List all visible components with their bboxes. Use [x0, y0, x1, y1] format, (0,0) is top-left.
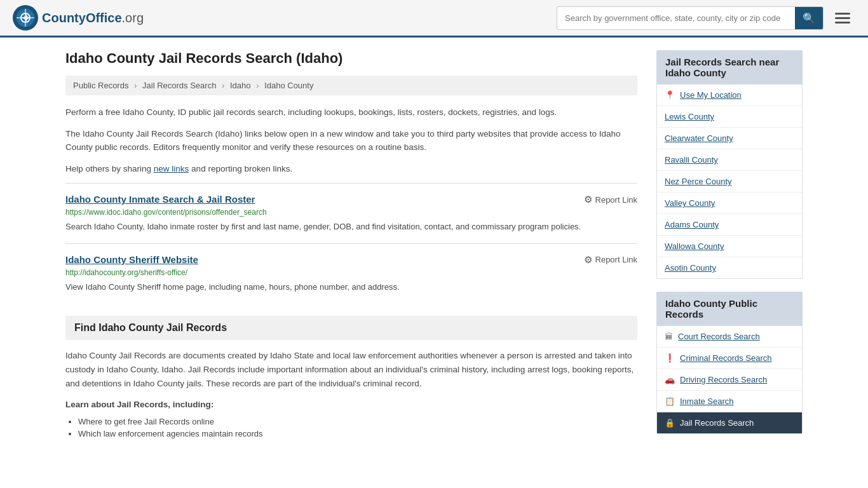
header-right: 🔍	[557, 6, 855, 30]
menu-button[interactable]	[830, 10, 855, 26]
record-url-1: https://www.idoc.idaho.gov/content/priso…	[65, 208, 637, 217]
driving-icon: 🚗	[665, 375, 675, 384]
report-label-1: Report Link	[595, 195, 637, 205]
breadcrumb-jail-records[interactable]: Jail Records Search	[142, 81, 216, 90]
description-1: Perform a free Idaho County, ID public j…	[65, 105, 637, 119]
record-card-1-header: Idaho County Inmate Search & Jail Roster…	[65, 194, 637, 205]
sidebar-public-records-list: 🏛 Court Records Search ❗ Criminal Record…	[656, 326, 803, 434]
record-url-2: http://idahocounty.org/sheriffs-office/	[65, 268, 637, 277]
ravalli-county-link[interactable]: Ravalli County	[665, 155, 718, 165]
find-section-heading: Find Idaho County Jail Records	[65, 316, 637, 340]
search-button[interactable]: 🔍	[795, 7, 823, 29]
learn-label: Learn about Jail Records, including:	[65, 398, 637, 412]
logo-icon: ✦	[13, 5, 38, 30]
breadcrumb-public-records[interactable]: Public Records	[73, 81, 128, 90]
record-title-2[interactable]: Idaho County Sheriff Website	[65, 254, 198, 265]
sidebar-public-records-heading: Idaho County Public Records	[656, 292, 803, 326]
learn-item-2: Which law enforcement agencies maintain …	[78, 429, 637, 438]
driving-records-link[interactable]: Driving Records Search	[680, 375, 767, 384]
sidebar-item-wallowa-county[interactable]: Wallowa County	[657, 236, 802, 257]
description-3: Help others by sharing new links and rep…	[65, 162, 637, 176]
sidebar-item-inmate-search[interactable]: 📋 Inmate Search	[657, 391, 802, 412]
sidebar-item-court-records[interactable]: 🏛 Court Records Search	[657, 326, 802, 348]
content-area: Idaho County Jail Records Search (Idaho)…	[65, 50, 637, 447]
sidebar-public-records-section: Idaho County Public Records 🏛 Court Reco…	[656, 292, 803, 434]
sidebar-item-use-location[interactable]: 📍 Use My Location	[657, 85, 802, 106]
location-pin-icon: 📍	[665, 90, 675, 100]
sidebar-item-asotin-county[interactable]: Asotin County	[657, 257, 802, 278]
record-desc-2: View Idaho County Sheriff home page, inc…	[65, 281, 637, 294]
use-location-link[interactable]: Use My Location	[680, 90, 742, 100]
find-section-text: Idaho County Jail Records are documents …	[65, 349, 637, 390]
report-icon-2: ⚙	[584, 254, 592, 266]
sidebar-item-valley-county[interactable]: Valley County	[657, 193, 802, 214]
learn-item-1: Where to get free Jail Records online	[78, 417, 637, 426]
sidebar-item-jail-records[interactable]: 🔒 Jail Records Search	[657, 412, 802, 433]
asotin-county-link[interactable]: Asotin County	[665, 263, 716, 273]
breadcrumb-idaho[interactable]: Idaho	[230, 81, 251, 90]
lewis-county-link[interactable]: Lewis County	[665, 112, 714, 121]
learn-list: Where to get free Jail Records online Wh…	[65, 417, 637, 438]
report-label-2: Report Link	[595, 255, 637, 264]
page-title: Idaho County Jail Records Search (Idaho)	[65, 50, 637, 67]
main-container: Idaho County Jail Records Search (Idaho)…	[53, 37, 815, 459]
record-desc-1: Search Idaho County, Idaho inmate roster…	[65, 220, 637, 233]
report-icon-1: ⚙	[584, 194, 592, 205]
search-input[interactable]	[557, 8, 795, 28]
record-title-1[interactable]: Idaho County Inmate Search & Jail Roster	[65, 194, 255, 205]
sidebar-item-adams-county[interactable]: Adams County	[657, 214, 802, 236]
description-2: The Idaho County Jail Records Search (Id…	[65, 127, 637, 154]
record-card-2-header: Idaho County Sheriff Website ⚙ Report Li…	[65, 254, 637, 266]
sidebar-item-nez-perce-county[interactable]: Nez Perce County	[657, 171, 802, 193]
header: ✦ CountyOffice.org 🔍	[0, 0, 868, 37]
sidebar-item-driving-records[interactable]: 🚗 Driving Records Search	[657, 369, 802, 391]
criminal-records-link[interactable]: Criminal Records Search	[680, 353, 772, 363]
wallowa-county-link[interactable]: Wallowa County	[665, 241, 724, 251]
sidebar-nearby-heading: Jail Records Search near Idaho County	[656, 50, 803, 85]
sidebar-item-criminal-records[interactable]: ❗ Criminal Records Search	[657, 348, 802, 369]
court-icon: 🏛	[665, 332, 673, 341]
logo-text: CountyOffice.org	[42, 11, 144, 25]
sidebar-item-ravalli-county[interactable]: Ravalli County	[657, 149, 802, 171]
breadcrumb-idaho-county[interactable]: Idaho County	[264, 81, 313, 90]
logo-area: ✦ CountyOffice.org	[13, 5, 144, 30]
sidebar: Jail Records Search near Idaho County 📍 …	[656, 50, 803, 447]
find-section-body: Idaho County Jail Records are documents …	[65, 349, 637, 438]
record-card-2: Idaho County Sheriff Website ⚙ Report Li…	[65, 243, 637, 304]
criminal-icon: ❗	[665, 353, 675, 363]
search-bar: 🔍	[557, 6, 824, 30]
sidebar-nearby-list: 📍 Use My Location Lewis County Clearwate…	[656, 85, 803, 279]
jail-icon: 🔒	[665, 418, 675, 428]
court-records-link[interactable]: Court Records Search	[678, 332, 760, 341]
clearwater-county-link[interactable]: Clearwater County	[665, 133, 733, 143]
valley-county-link[interactable]: Valley County	[665, 198, 715, 208]
description-area: Perform a free Idaho County, ID public j…	[65, 105, 637, 175]
nez-perce-county-link[interactable]: Nez Perce County	[665, 177, 732, 186]
jail-records-link[interactable]: Jail Records Search	[680, 418, 754, 428]
new-links-link[interactable]: new links	[154, 164, 189, 173]
report-link-1[interactable]: ⚙ Report Link	[584, 194, 637, 205]
inmate-search-link[interactable]: Inmate Search	[680, 396, 734, 406]
sidebar-item-lewis-county[interactable]: Lewis County	[657, 106, 802, 128]
sidebar-nearby-section: Jail Records Search near Idaho County 📍 …	[656, 50, 803, 279]
record-card-1: Idaho County Inmate Search & Jail Roster…	[65, 183, 637, 243]
report-link-2[interactable]: ⚙ Report Link	[584, 254, 637, 266]
sidebar-item-clearwater-county[interactable]: Clearwater County	[657, 128, 802, 149]
breadcrumb: Public Records › Jail Records Search › I…	[65, 76, 637, 95]
adams-county-link[interactable]: Adams County	[665, 220, 719, 229]
inmate-icon: 📋	[665, 396, 675, 406]
